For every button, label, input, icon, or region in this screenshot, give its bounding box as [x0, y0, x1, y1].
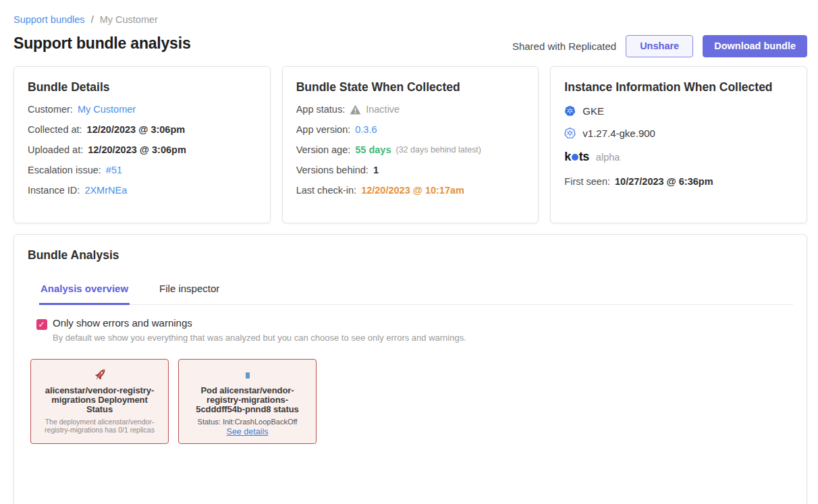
issue-title: Pod alicenstar/vendor-registry-migration… — [190, 386, 305, 414]
customer-link[interactable]: My Customer — [78, 104, 136, 115]
collected-at-row: Collected at: 12/20/2023 @ 3:06pm — [28, 124, 256, 135]
bundle-analysis-title: Bundle Analysis — [28, 248, 793, 262]
rocket-icon — [92, 367, 108, 383]
versions-behind-row: Versions behind: 1 — [296, 165, 525, 175]
breadcrumb-support-bundles-link[interactable]: Support bundles — [13, 14, 85, 25]
customer-label: Customer: — [28, 104, 73, 115]
bundle-state-title: Bundle State When Collected — [296, 80, 525, 94]
issue-title: alicenstar/vendor-registry-migrations De… — [43, 386, 157, 414]
uploaded-at-row: Uploaded at: 12/20/2023 @ 3:06pm — [28, 144, 256, 155]
breadcrumb-separator: / — [91, 14, 94, 25]
kots-logo-k: k — [564, 150, 571, 164]
instance-info-title: Instance Information When Collected — [564, 80, 793, 94]
k8s-version-value: v1.27.4-gke.900 — [582, 128, 655, 139]
distribution-value: GKE — [582, 105, 604, 117]
tab-file-inspector[interactable]: File inspector — [158, 283, 221, 304]
issues-row: alicenstar/vendor-registry-migrations De… — [30, 359, 793, 444]
version-age-label: Version age: — [296, 144, 351, 155]
issue-card-pod-status[interactable]: Pod alicenstar/vendor-registry-migration… — [178, 359, 317, 444]
analysis-tabs: Analysis overview File inspector — [39, 283, 793, 305]
unshare-button[interactable]: Unshare — [626, 35, 693, 57]
k8s-version-row: v1.27.4-gke.900 — [564, 128, 793, 139]
collected-at-label: Collected at: — [28, 124, 82, 135]
kots-channel: alpha — [596, 152, 620, 163]
bundle-state-card: Bundle State When Collected App status: … — [282, 66, 539, 223]
kots-logo-dot-icon — [572, 154, 578, 161]
page-title: Support bundle analysis — [13, 34, 191, 53]
customer-row: Customer: My Customer — [28, 104, 256, 115]
kots-logo: k ts — [564, 150, 589, 164]
escalation-issue-label: Escalation issue: — [28, 165, 101, 175]
header-actions: Shared with Replicated Unshare Download … — [512, 35, 807, 57]
instance-id-link[interactable]: 2XMrNEa — [84, 185, 127, 196]
app-status-label: App status: — [296, 104, 346, 115]
version-age-row: Version age: 55 days (32 days behind lat… — [296, 144, 525, 155]
summary-cards-row: Bundle Details Customer: My Customer Col… — [13, 66, 807, 223]
filter-description: By default we show you everything that w… — [53, 333, 466, 343]
filter-row: Only show errors and warnings By default… — [36, 317, 793, 343]
distribution-row: GKE — [564, 105, 793, 117]
filter-label: Only show errors and warnings — [53, 317, 466, 329]
tab-analysis-overview[interactable]: Analysis overview — [39, 283, 130, 305]
uploaded-at-value: 12/20/2023 @ 3:06pm — [88, 144, 186, 155]
instance-id-label: Instance ID: — [28, 185, 80, 196]
issue-status: Status: Init:CrashLoopBackOff — [198, 418, 298, 426]
bundle-analysis-card: Bundle Analysis Analysis overview File i… — [13, 234, 807, 504]
instance-info-card: Instance Information When Collected GKE — [550, 66, 807, 223]
app-status-value: Inactive — [366, 104, 400, 115]
version-age-note: (32 days behind latest) — [396, 145, 481, 155]
instance-id-row: Instance ID: 2XMrNEa — [28, 185, 256, 196]
app-version-row: App version: 0.3.6 — [296, 124, 525, 135]
last-checkin-label: Last check-in: — [296, 185, 356, 196]
support-bundle-analysis-page: Support bundles / My Customer Support bu… — [0, 0, 818, 504]
first-seen-row: First seen: 10/27/2023 @ 6:36pm — [564, 176, 793, 187]
app-status-row: App status: Inactive — [296, 104, 525, 115]
issue-card-deployment-status[interactable]: alicenstar/vendor-registry-migrations De… — [30, 359, 169, 444]
bundle-details-title: Bundle Details — [28, 80, 256, 94]
kubernetes-version-icon — [564, 128, 576, 139]
shared-status-text: Shared with Replicated — [512, 40, 616, 52]
issue-message: The deployment alicenstar/vendor-registr… — [37, 418, 162, 434]
see-details-link[interactable]: See details — [227, 427, 269, 437]
escalation-issue-link[interactable]: #51 — [106, 165, 122, 175]
warning-icon — [350, 105, 361, 115]
versions-behind-label: Versions behind: — [296, 165, 369, 175]
app-version-label: App version: — [296, 124, 351, 135]
first-seen-label: First seen: — [564, 176, 610, 187]
collected-at-value: 12/20/2023 @ 3:06pm — [87, 124, 186, 135]
first-seen-value: 10/27/2023 @ 6:36pm — [615, 176, 713, 187]
breadcrumb-current: My Customer — [100, 14, 158, 25]
last-checkin-value: 12/20/2023 @ 10:17am — [361, 185, 464, 196]
kubernetes-distribution-icon — [564, 105, 576, 117]
app-version-link[interactable]: 0.3.6 — [355, 124, 377, 135]
kots-row: k ts alpha — [564, 150, 793, 164]
escalation-issue-row: Escalation issue: #51 — [28, 165, 256, 175]
download-bundle-button[interactable]: Download bundle — [703, 35, 807, 57]
broken-image-icon — [246, 367, 250, 383]
versions-behind-value: 1 — [373, 165, 379, 175]
version-age-value: 55 days — [355, 144, 391, 155]
only-errors-checkbox[interactable] — [36, 319, 47, 330]
kots-logo-ts: ts — [579, 150, 589, 164]
last-checkin-row: Last check-in: 12/20/2023 @ 10:17am — [296, 185, 525, 196]
uploaded-at-label: Uploaded at: — [28, 144, 83, 155]
breadcrumb: Support bundles / My Customer — [13, 14, 158, 25]
bundle-details-card: Bundle Details Customer: My Customer Col… — [13, 66, 271, 223]
